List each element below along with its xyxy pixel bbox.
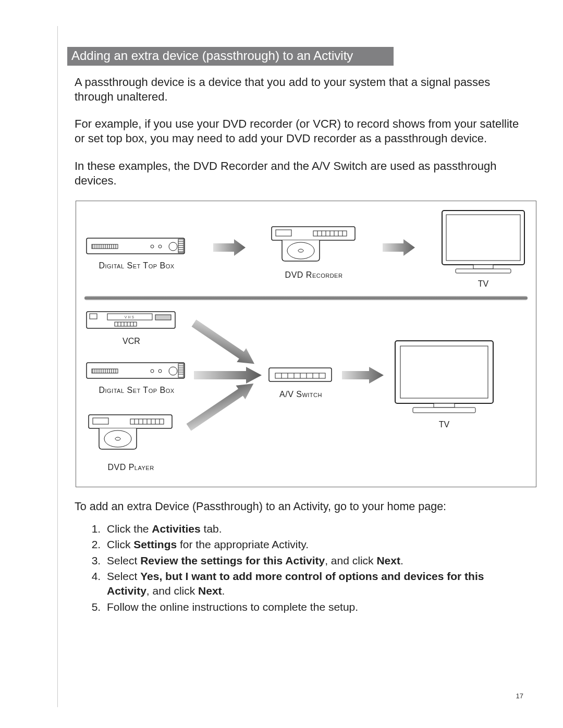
svg-rect-39 [446,215,520,261]
svg-rect-105 [413,408,475,413]
svg-marker-101 [342,367,384,384]
section-heading: Adding an extra device (passthrough) to … [67,47,394,66]
step-3: Select Review the settings for this Acti… [104,553,513,568]
dvd-recorder-label: DVD Recorder [285,270,343,280]
tv-icon [439,208,528,276]
av-switch-label: A/V Switch [279,390,322,399]
steps-list: Click the Activities tab. Click Settings… [67,522,542,614]
set-top-box-2-label: Digital Set Top Box [99,386,174,395]
arrow-icon [340,364,387,387]
svg-marker-89 [189,316,259,371]
vcr-icon: V H S [84,307,178,334]
tv-icon [392,339,496,417]
diagram-divider [84,296,528,300]
svg-rect-103 [400,346,488,398]
av-switch-device: A/V Switch [267,364,335,399]
dvd-player-label: DVD Player [107,463,154,472]
svg-marker-24 [213,239,246,256]
step-4: Select Yes, but I want to add more contr… [104,569,513,599]
diagram-top-row: Digital Set Top Box DVD Recorder [84,206,528,291]
svg-marker-37 [383,239,415,256]
av-switch-icon [267,364,335,387]
passthrough-diagram: Digital Set Top Box DVD Recorder [76,201,536,487]
set-top-box-icon [84,357,189,382]
set-top-box-device: Digital Set Top Box [84,227,189,270]
diagram-bottom-area: V H S VCR Digital Set Top Box [84,307,528,479]
svg-text:V H S: V H S [125,315,134,319]
paragraph-2: For example, if you use your DVD recorde… [75,117,528,146]
vcr-label: VCR [123,337,140,346]
dvd-player-icon [87,412,175,460]
page-number: 17 [516,692,523,700]
page-content: Adding an extra device (passthrough) to … [57,26,542,707]
step-5: Follow the online instructions to comple… [104,600,513,614]
paragraph-3: In these examples, the DVD Recorder and … [75,159,528,188]
arrow-icon [381,233,417,264]
tv-2-device: TV [392,339,496,429]
vcr-device: V H S VCR [84,307,178,346]
svg-rect-40 [473,265,493,269]
svg-marker-90 [194,367,262,384]
svg-rect-104 [434,403,455,408]
arrow-icon [211,233,248,264]
tv-device: TV [439,208,528,289]
tv-2-label: TV [439,420,449,429]
dvd-player-device: DVD Player [87,412,175,472]
svg-rect-53 [155,315,171,320]
tv-label: TV [478,279,488,289]
dvd-recorder-device: DVD Recorder [270,217,358,280]
dvd-recorder-icon [270,217,358,267]
set-top-box-label: Digital Set Top Box [99,261,174,270]
step-2: Click Settings for the appropriate Activ… [104,537,513,552]
svg-marker-91 [184,377,258,434]
set-top-box-2-device: Digital Set Top Box [84,357,189,395]
set-top-box-icon [84,227,189,258]
step-1: Click the Activities tab. [104,522,513,536]
instructions-lead: To add an extra Device (Passthrough) to … [75,500,528,514]
svg-rect-41 [456,269,511,273]
paragraph-1: A passthrough device is a device that yo… [75,75,528,104]
